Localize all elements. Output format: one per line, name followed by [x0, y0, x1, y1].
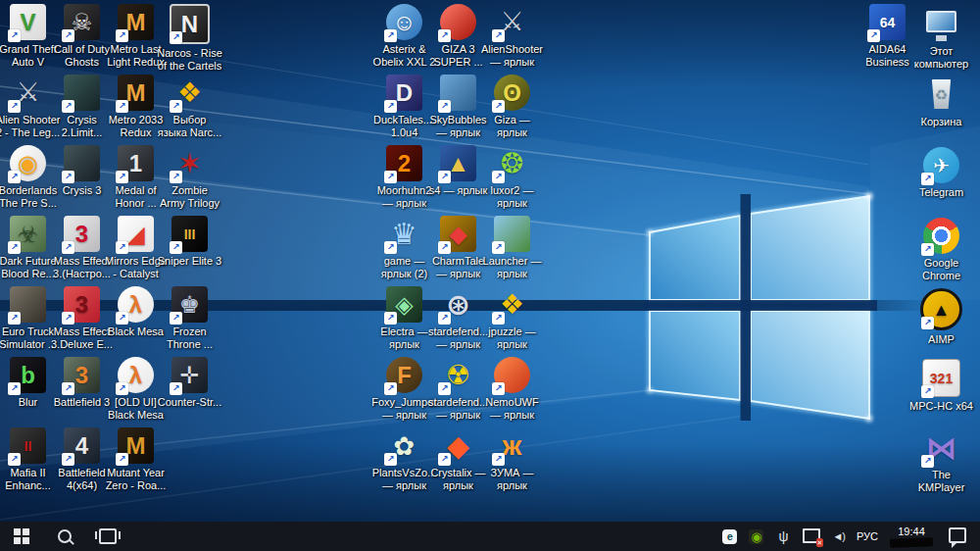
- desktop-icon-jpuzzle-ярлык[interactable]: ❖↗jpuzzle — ярлык: [485, 286, 539, 357]
- icon-label: Google Chrome: [905, 257, 979, 281]
- desktop-icon-borderlands-the-pre-s[interactable]: ◉↗Borderlands The Pre S...: [1, 145, 55, 216]
- shortcut-arrow-icon: ↗: [492, 312, 505, 325]
- desktop-icon-mirrors-edge-catalyst[interactable]: ◢↗Mirrors Edge - Catalyst: [109, 216, 163, 286]
- icon-image: F↗: [386, 357, 422, 393]
- shortcut-arrow-icon: ↗: [62, 453, 74, 466]
- shortcut-arrow-icon: ↗: [62, 241, 74, 254]
- desktop-icon-grid-right: Этот компьютер♻Корзина✈↗Telegram↗Google …: [914, 6, 968, 500]
- desktop-icon-giza-ярлык[interactable]: ʘ↗Giza — ярлык: [485, 75, 539, 145]
- desktop-icon-этот-компьютер[interactable]: Этот компьютер: [914, 6, 968, 76]
- desktop-icon-mpc-hc-x64[interactable]: 321↗MPC-HC x64: [914, 359, 968, 429]
- icon-label: NemoUWF — ярлык: [475, 396, 550, 421]
- icon-glyph: ж: [503, 432, 522, 460]
- desktop-icon-mutant-year-zero-roa[interactable]: M↗Mutant Year Zero - Roa...: [109, 427, 163, 498]
- icon-image: ◢↗: [118, 216, 154, 252]
- icon-glyph: ✈: [933, 156, 950, 175]
- desktop-icon-telegram[interactable]: ✈↗Telegram: [914, 147, 968, 218]
- shortcut-arrow-icon: ↗: [8, 29, 21, 42]
- system-tray: e ◉ ψ ◄) РУС 19:44: [722, 522, 980, 551]
- icon-glyph: ♻: [935, 87, 948, 102]
- search-button[interactable]: [43, 522, 86, 551]
- desktop-area[interactable]: V↗Grand Theft Auto V☠↗Call of Duty Ghost…: [0, 0, 980, 522]
- desktop-icon-narcos-rise-of-the-cartels[interactable]: N↗Narcos - Rise of the Cartels: [163, 4, 217, 75]
- icon-glyph: ✛: [179, 364, 199, 387]
- desktop-icon-sniper-elite-3[interactable]: III↗Sniper Elite 3: [163, 216, 217, 286]
- usb-device-icon[interactable]: ψ: [775, 528, 791, 544]
- icon-image: D↗: [386, 75, 422, 111]
- start-button[interactable]: [0, 522, 43, 551]
- desktop-icon-grid-left: V↗Grand Theft Auto V☠↗Call of Duty Ghost…: [1, 4, 217, 498]
- shortcut-arrow-icon: ↗: [384, 100, 397, 113]
- icon-label: ЗУМА — ярлык: [475, 467, 550, 491]
- desktop-icon-frozen-throne[interactable]: ♚↗Frozen Throne ...: [163, 286, 217, 357]
- icon-image: ☣↗: [10, 216, 46, 252]
- icon-image: ↗: [494, 216, 530, 252]
- taskbar: e ◉ ψ ◄) РУС 19:44: [0, 522, 980, 551]
- desktop-icon-the-kmplayer[interactable]: ⋈↗The KMPlayer: [914, 429, 968, 500]
- eset-tray-icon[interactable]: e: [722, 529, 737, 544]
- icon-image: 64↗: [869, 4, 906, 40]
- icon-image: ✈↗: [923, 147, 959, 183]
- desktop-icon-old-ui-black-mesa[interactable]: λ↗[OLD UI] Black Mesa: [109, 357, 163, 427]
- shortcut-arrow-icon: ↗: [116, 171, 128, 183]
- icon-image: ↗: [494, 357, 530, 393]
- desktop-icon-выбор-языка-narc[interactable]: ❖↗Выбор языка Narc...: [163, 75, 217, 145]
- desktop-icon-зума-ярлык[interactable]: ж↗ЗУМА — ярлык: [485, 427, 539, 498]
- desktop-icon-nemouwf-ярлык[interactable]: ↗NemoUWF — ярлык: [485, 357, 539, 427]
- icon-glyph: II: [24, 439, 32, 453]
- desktop-icon-mass-effect-3-deluxe-e[interactable]: 3↗Mass Effect 3.Deluxe E...: [55, 286, 109, 357]
- redacted-date: [890, 537, 933, 548]
- icon-image: ☢↗: [440, 357, 476, 393]
- desktop-icon-aimp[interactable]: ▲↗AIMP: [914, 288, 968, 359]
- desktop-icon-luxor2-ярлык[interactable]: ❂↗luxor2 — ярлык: [485, 145, 539, 216]
- shortcut-arrow-icon: ↗: [438, 453, 451, 466]
- icon-label: AlienShooter — ярлык: [475, 43, 550, 68]
- desktop-icon-blur[interactable]: b↗Blur: [1, 357, 55, 427]
- language-indicator[interactable]: РУС: [857, 530, 878, 542]
- icon-image: b↗: [10, 357, 46, 393]
- shortcut-arrow-icon: ↗: [170, 312, 182, 325]
- shortcut-arrow-icon: ↗: [116, 29, 128, 42]
- shortcut-arrow-icon: ↗: [384, 382, 397, 395]
- desktop-icon-корзина[interactable]: ♻Корзина: [914, 76, 968, 147]
- clock-time: 19:44: [898, 526, 925, 537]
- volume-icon[interactable]: ◄): [832, 528, 845, 544]
- shortcut-arrow-icon: ↗: [921, 173, 934, 185]
- icon-image: λ↗: [118, 286, 154, 323]
- shortcut-arrow-icon: ↗: [492, 382, 505, 395]
- icon-image: ❖↗: [494, 286, 530, 323]
- task-view-button[interactable]: [86, 522, 129, 551]
- desktop-icon-google-chrome[interactable]: ↗Google Chrome: [914, 218, 968, 288]
- desktop-icon-zombie-army-trilogy[interactable]: ✶↗Zombie Army Trilogy: [163, 145, 217, 216]
- icon-image: 3↗: [64, 216, 100, 252]
- icon-glyph: M: [126, 81, 146, 105]
- desktop-icon-counter-str[interactable]: ✛↗Counter-Str...: [163, 357, 217, 427]
- icon-image: 1↗: [118, 145, 154, 181]
- shortcut-arrow-icon: ↗: [116, 100, 128, 113]
- action-center-button[interactable]: [945, 522, 970, 551]
- icon-image: 4↗: [64, 427, 100, 464]
- icon-image: ✶↗: [172, 145, 208, 181]
- icon-label: Giza — ярлык: [475, 114, 550, 138]
- icon-image: ◆↗: [440, 216, 476, 252]
- desktop-icon-launcher-ярлык[interactable]: ↗Launcher — ярлык: [485, 216, 539, 286]
- icon-label: Counter-Str...: [153, 396, 227, 409]
- icon-image: ◆↗: [440, 427, 476, 464]
- shortcut-arrow-icon: ↗: [62, 312, 74, 325]
- shortcut-arrow-icon: ↗: [867, 29, 880, 42]
- icon-glyph: V: [20, 11, 35, 34]
- nvidia-tray-icon[interactable]: ◉: [749, 529, 763, 544]
- shortcut-arrow-icon: ↗: [170, 382, 182, 395]
- display-error-icon[interactable]: [803, 528, 820, 543]
- shortcut-arrow-icon: ↗: [62, 29, 74, 42]
- icon-image: 2↗: [386, 145, 422, 181]
- icon-image: ↗: [440, 75, 476, 111]
- shortcut-arrow-icon: ↗: [384, 171, 397, 183]
- taskbar-clock[interactable]: 19:44: [890, 526, 933, 547]
- icon-glyph: 2: [398, 152, 411, 175]
- icon-image: ☺↗: [386, 4, 422, 40]
- icon-label: The KMPlayer: [905, 469, 979, 493]
- desktop-icon-alienshooter-ярлык[interactable]: ⚔↗AlienShooter — ярлык: [485, 4, 539, 75]
- icon-image: V↗: [10, 4, 46, 40]
- desktop-icon-moorhuhn2-ярлык[interactable]: 2↗Moorhuhn2 — ярлык: [377, 145, 431, 216]
